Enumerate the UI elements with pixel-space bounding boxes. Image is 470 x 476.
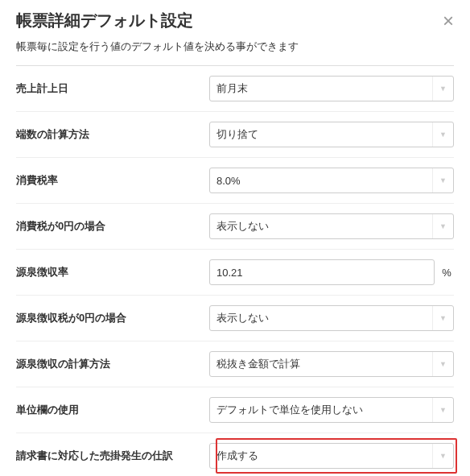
close-icon[interactable]: × bbox=[443, 11, 454, 31]
label-tax-rate: 消費税率 bbox=[16, 173, 201, 188]
select-tax-zero[interactable]: 表示しない ▼ bbox=[209, 213, 454, 239]
label-tax-zero: 消費税が0円の場合 bbox=[16, 219, 201, 234]
row-rounding: 端数の計算方法 切り捨て ▼ bbox=[16, 112, 454, 158]
label-unit-column: 単位欄の使用 bbox=[16, 403, 201, 417]
row-tax-rate: 消費税率 8.0% ▼ bbox=[16, 158, 454, 204]
field-rounding: 切り捨て ▼ bbox=[209, 122, 454, 147]
field-withholding-zero: 表示しない ▼ bbox=[209, 305, 454, 331]
select-withholding-zero[interactable]: 表示しない ▼ bbox=[209, 305, 454, 331]
row-withholding-zero: 源泉徴収税が0円の場合 表示しない ▼ bbox=[16, 296, 454, 341]
row-unit-column: 単位欄の使用 デフォルトで単位を使用しない ▼ bbox=[16, 387, 454, 433]
field-sales-date: 前月末 ▼ bbox=[209, 76, 454, 101]
select-value: 税抜き金額で計算 bbox=[216, 357, 300, 371]
select-sales-date[interactable]: 前月末 ▼ bbox=[209, 76, 454, 101]
row-withholding-rate: 源泉徴収率 % bbox=[16, 250, 454, 296]
field-withholding-rate: % bbox=[209, 259, 454, 285]
label-rounding: 端数の計算方法 bbox=[16, 127, 201, 142]
label-ar-journal: 請求書に対応した売掛発生の仕訳 bbox=[16, 449, 201, 463]
field-tax-rate: 8.0% ▼ bbox=[209, 168, 454, 193]
form-rows: 売上計上日 前月末 ▼ 端数の計算方法 切り捨て ▼ 消費税率 8.0% ▼ 消… bbox=[0, 66, 470, 476]
field-unit-column: デフォルトで単位を使用しない ▼ bbox=[209, 397, 454, 423]
chevron-down-icon: ▼ bbox=[432, 214, 447, 238]
field-tax-zero: 表示しない ▼ bbox=[209, 213, 454, 239]
select-value: 作成する bbox=[216, 449, 258, 463]
chevron-down-icon: ▼ bbox=[432, 444, 447, 468]
label-withholding-zero: 源泉徴収税が0円の場合 bbox=[16, 311, 201, 325]
select-value: 表示しない bbox=[216, 219, 269, 234]
chevron-down-icon: ▼ bbox=[432, 77, 447, 101]
select-value: 前月末 bbox=[216, 81, 248, 96]
chevron-down-icon: ▼ bbox=[432, 168, 447, 192]
chevron-down-icon: ▼ bbox=[432, 352, 447, 376]
select-withholding-calc[interactable]: 税抜き金額で計算 ▼ bbox=[209, 351, 454, 377]
chevron-down-icon: ▼ bbox=[432, 398, 447, 422]
chevron-down-icon: ▼ bbox=[432, 306, 447, 330]
suffix-percent: % bbox=[439, 267, 454, 279]
select-tax-rate[interactable]: 8.0% ▼ bbox=[209, 168, 454, 193]
label-withholding-calc: 源泉徴収の計算方法 bbox=[16, 357, 201, 371]
modal-title: 帳票詳細デフォルト設定 bbox=[16, 10, 193, 31]
chevron-down-icon: ▼ bbox=[432, 122, 447, 147]
label-sales-date: 売上計上日 bbox=[16, 81, 201, 96]
select-rounding[interactable]: 切り捨て ▼ bbox=[209, 122, 454, 147]
select-ar-journal[interactable]: 作成する ▼ bbox=[209, 443, 454, 469]
modal-header: 帳票詳細デフォルト設定 × bbox=[0, 0, 470, 39]
input-withholding-rate[interactable] bbox=[209, 259, 435, 285]
select-value: 切り捨て bbox=[216, 127, 258, 142]
select-unit-column[interactable]: デフォルトで単位を使用しない ▼ bbox=[209, 397, 454, 423]
select-value: 8.0% bbox=[216, 175, 241, 187]
row-sales-date: 売上計上日 前月末 ▼ bbox=[16, 66, 454, 112]
modal-description: 帳票毎に設定を行う値のデフォルト値を決める事ができます bbox=[0, 39, 470, 65]
row-ar-journal: 請求書に対応した売掛発生の仕訳 作成する ▼ bbox=[16, 433, 454, 476]
select-value: デフォルトで単位を使用しない bbox=[216, 403, 363, 417]
field-ar-journal: 作成する ▼ bbox=[209, 443, 454, 469]
label-withholding-rate: 源泉徴収率 bbox=[16, 265, 201, 279]
row-withholding-calc: 源泉徴収の計算方法 税抜き金額で計算 ▼ bbox=[16, 341, 454, 387]
select-value: 表示しない bbox=[216, 311, 269, 325]
field-withholding-calc: 税抜き金額で計算 ▼ bbox=[209, 351, 454, 377]
row-tax-zero: 消費税が0円の場合 表示しない ▼ bbox=[16, 204, 454, 250]
